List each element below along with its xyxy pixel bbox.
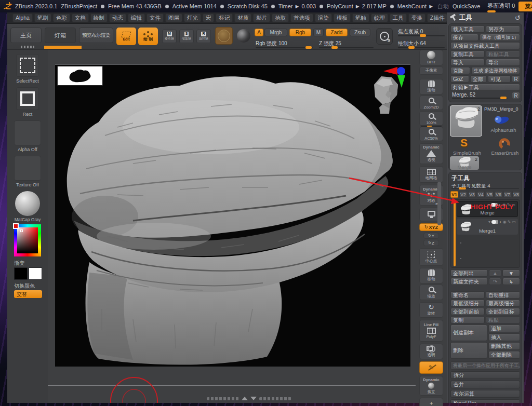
subtool-tab-v1[interactable]: V1 <box>450 191 458 198</box>
pivot-button[interactable]: 中心点 <box>419 248 443 266</box>
save-button[interactable]: 保存 <box>450 34 478 41</box>
edit-button[interactable]: Edit <box>116 28 136 45</box>
copy-subtool-button[interactable]: 复制 <box>450 316 485 323</box>
all-to-target-button[interactable]: 全部到目标 <box>486 308 520 315</box>
delete-button[interactable]: 删除 <box>450 342 487 359</box>
rect-brush-button[interactable] <box>16 87 39 110</box>
move-up-button[interactable]: ▲ <box>489 269 501 277</box>
rgb-chip[interactable]: Rgb <box>289 29 311 36</box>
subtool-tab-v4[interactable]: V4 <box>477 191 485 198</box>
scale-canvas-button[interactable]: 缩放 <box>419 285 443 300</box>
quicksave-button[interactable]: QuickSave <box>453 3 480 9</box>
subtool-scrollbar[interactable] <box>454 201 456 266</box>
subtool-tab-v3[interactable]: V3 <box>468 191 476 198</box>
move-down-button[interactable]: ▼ <box>502 269 520 277</box>
menu-item[interactable]: 宏 <box>203 13 215 22</box>
menu-item[interactable]: 文件 <box>147 13 164 22</box>
lightbox-button[interactable]: 灯箱 <box>45 28 76 43</box>
save-increment-button[interactable]: 保存（编号加 1） <box>480 34 520 41</box>
eye-icon[interactable] <box>491 220 498 224</box>
menu-item[interactable]: 首选项 <box>290 13 313 22</box>
bevel-section-header[interactable]: Bevel Pro <box>450 399 520 403</box>
menu-item[interactable]: 工具 <box>390 13 407 22</box>
move-canvas-button[interactable]: 移动 <box>419 268 443 283</box>
alphabrush-thumb[interactable] <box>494 113 510 128</box>
export-button[interactable]: 导出 <box>486 59 520 66</box>
document-canvas[interactable] <box>55 64 410 367</box>
current-material-icon[interactable] <box>236 28 251 44</box>
tool-slider[interactable]: Merge. 52 R <box>450 92 520 100</box>
menu-item[interactable]: 灯光 <box>184 13 201 22</box>
rotate-canvas-button[interactable]: ↻ 旋转 <box>419 302 443 318</box>
menu-item[interactable]: 色彩 <box>53 13 70 22</box>
scroll-dash-left[interactable] <box>207 397 239 400</box>
a-chip[interactable]: A <box>255 29 263 36</box>
rename-button[interactable]: 重命名 <box>450 291 485 299</box>
all-to-start-button[interactable]: 全部到起始 <box>450 308 485 315</box>
ui-opacity-slider[interactable]: 界面透明 0 <box>487 2 515 11</box>
move-gyro-button[interactable]: M 移动轴 <box>162 30 177 43</box>
delete-all-button[interactable]: 全部删除 <box>488 351 520 359</box>
mrgb-chip[interactable]: Mrgb <box>264 29 287 36</box>
paste-subtool-button[interactable]: 粘贴 <box>486 316 520 323</box>
scale-gyro-button[interactable]: S 缩放轴 <box>179 30 194 43</box>
list-all-button[interactable]: 全部列出 <box>450 269 488 277</box>
load-from-project-button[interactable]: 从项目文件载入工具 <box>450 42 520 49</box>
menu-item[interactable]: 拾取 <box>272 13 289 22</box>
divider-arrows-icon[interactable]: ›› <box>435 201 437 206</box>
menu-item[interactable]: 文档 <box>72 13 89 22</box>
new-folder-button[interactable]: 新建文件夹 <box>450 278 488 285</box>
spix-button[interactable]: 子像素 <box>419 66 443 75</box>
delete-other-button[interactable]: 删除其他 <box>488 342 520 350</box>
append-button[interactable]: 追加 <box>488 324 520 332</box>
texture-slot-button[interactable] <box>14 156 41 181</box>
ring-icon[interactable]: ◉ <box>503 220 507 224</box>
auto-reorder-button[interactable]: 自动重排 <box>486 291 520 299</box>
actual-size-button[interactable]: 100% <box>419 111 443 126</box>
menu-item[interactable]: 笔触 <box>352 13 369 22</box>
polyframe-button[interactable]: Line Fill PolyF <box>419 320 443 342</box>
solo-button[interactable]: Dynamic 孤立 <box>419 376 443 396</box>
menu-item[interactable]: 变换 <box>408 13 425 22</box>
color-picker[interactable] <box>14 224 41 256</box>
m-chip[interactable]: M <box>313 29 324 36</box>
scroll-down-icon[interactable] <box>250 397 257 400</box>
menu-item[interactable]: 标记 <box>216 13 233 22</box>
alpha-preview[interactable] <box>57 66 103 86</box>
import-button[interactable]: 导入 <box>450 59 485 66</box>
redo-arrange-button[interactable]: ↷ <box>489 278 501 285</box>
apply-last-to-all-button[interactable]: 将最后一个操作应用于所有子工具 <box>450 361 520 370</box>
stroke-button[interactable]: S <box>376 28 393 45</box>
make-polymesh-button[interactable]: 生成 多边形网格物体 <box>471 67 520 74</box>
rotate-z-button[interactable]: ↻ Z <box>423 240 439 246</box>
simplebrush-thumb[interactable]: S <box>460 137 468 149</box>
menu-item[interactable]: 纹理 <box>371 13 388 22</box>
menu-item[interactable]: 编辑 <box>128 13 145 22</box>
menu-item[interactable]: 笔刷 <box>34 13 51 22</box>
zsub-chip[interactable]: Zsub <box>350 29 370 36</box>
main-color-swatch[interactable] <box>14 267 28 280</box>
aa-half-button[interactable]: AC50% <box>419 127 443 141</box>
alpha-slot-button[interactable] <box>14 120 41 145</box>
goz-visible-button[interactable]: 可见 <box>488 75 511 83</box>
branch-button[interactable]: ↳ <box>502 278 520 285</box>
caret-icon[interactable]: ▾ <box>488 220 490 224</box>
menu-button[interactable]: 菜单 <box>518 2 532 11</box>
xpose-button[interactable]: ＋ Xpose <box>419 398 443 406</box>
copy-tool-button[interactable]: 复制工具 <box>450 50 485 58</box>
tray-divider-handle[interactable] <box>437 182 441 225</box>
current-tool-thumb[interactable]: 2 Merge <box>450 105 482 137</box>
clone-button[interactable]: 克隆 <box>450 67 470 74</box>
menu-item[interactable]: 模板 <box>334 13 351 22</box>
secondary-color-swatch[interactable] <box>29 267 42 280</box>
restore-config-icon[interactable]: ↺ <box>515 14 521 22</box>
home-button[interactable]: 主页 <box>10 28 42 43</box>
save-as-button[interactable]: 另存为 <box>486 25 520 33</box>
goz-button[interactable]: GoZ <box>450 75 469 83</box>
rotate-y-button[interactable]: ↻ Y <box>423 233 439 239</box>
timeline-scrollbar[interactable] <box>207 397 291 400</box>
duplicate-button[interactable]: 创建副本 <box>450 324 487 341</box>
bpr-button[interactable]: BPR <box>419 50 443 65</box>
tool-slot-thumb[interactable]: 2 Merge <box>450 156 479 170</box>
merge-section-header[interactable]: 合并 <box>450 381 520 388</box>
